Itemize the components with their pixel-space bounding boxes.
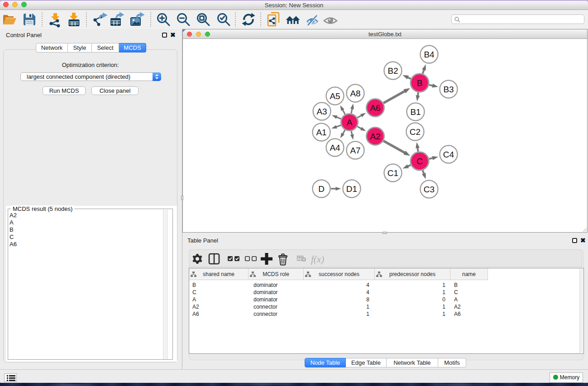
svg-text:A: A <box>347 118 353 127</box>
svg-text:D: D <box>318 184 325 194</box>
svg-text:C: C <box>416 157 423 166</box>
svg-text:B: B <box>417 78 423 88</box>
svg-text:C1: C1 <box>387 168 398 178</box>
svg-text:f(x): f(x) <box>311 254 324 265</box>
svg-text:A5: A5 <box>330 91 340 101</box>
svg-text:D1: D1 <box>346 184 357 194</box>
svg-text:A8: A8 <box>350 89 360 98</box>
svg-text:A2: A2 <box>370 132 380 141</box>
svg-text:B2: B2 <box>387 66 398 76</box>
svg-text:B1: B1 <box>410 107 421 117</box>
svg-text:A7: A7 <box>350 146 360 155</box>
svg-text:A6: A6 <box>370 103 380 113</box>
svg-text:B3: B3 <box>443 85 454 94</box>
svg-text:C3: C3 <box>424 185 435 194</box>
svg-text:B4: B4 <box>424 50 435 59</box>
svg-text:C4: C4 <box>443 150 454 159</box>
svg-text:A3: A3 <box>316 107 327 116</box>
svg-text:C2: C2 <box>410 127 421 137</box>
svg-text:A1: A1 <box>316 128 326 137</box>
svg-text:A4: A4 <box>330 143 340 152</box>
